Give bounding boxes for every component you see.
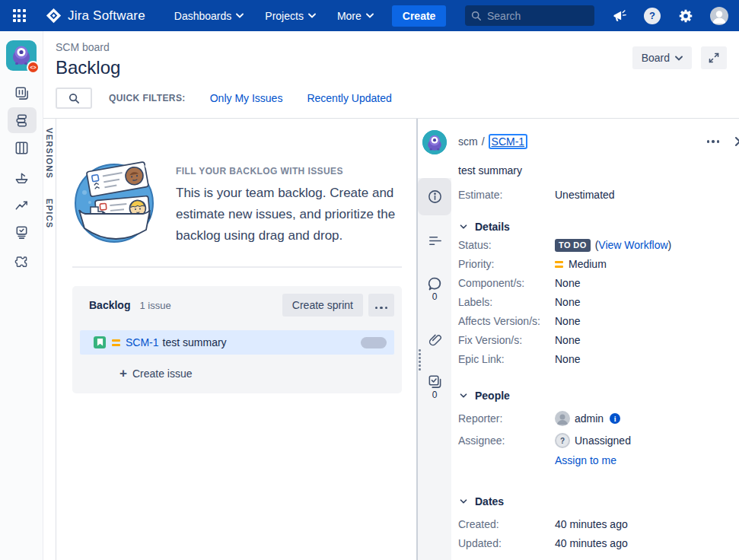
create-sprint-button[interactable]: Create sprint xyxy=(282,294,363,317)
assignee-name[interactable]: Unassigned xyxy=(575,434,631,447)
issue-key[interactable]: SCM-1 xyxy=(126,336,159,348)
filter-recently-updated[interactable]: Recently Updated xyxy=(307,92,391,104)
checklists-count: 0 xyxy=(418,390,451,400)
project-avatar[interactable]: <> xyxy=(6,40,37,71)
issue-row[interactable]: SCM-1 test summary xyxy=(80,330,394,355)
detail-more-button[interactable] xyxy=(706,140,721,143)
announcements-icon[interactable] xyxy=(610,7,628,25)
field-row-created: Created: 40 minutes ago xyxy=(458,517,739,532)
project-sidebar: <> xyxy=(0,31,43,560)
nav-menu: Dashboards Projects More xyxy=(174,10,374,22)
sidebar-reports-icon[interactable] xyxy=(8,192,37,218)
field-row-assignee: Assignee: ? Unassigned xyxy=(458,433,739,448)
updated-value: 40 minutes ago xyxy=(555,537,628,549)
field-row-fix-versions: Fix Version/s: None xyxy=(458,332,739,348)
create-issue-button[interactable]: + Create issue xyxy=(119,368,394,380)
backlog-illustration xyxy=(72,157,156,247)
reporter-info-icon[interactable]: i xyxy=(610,413,620,424)
detail-project-avatar[interactable] xyxy=(422,130,447,154)
backlog-section-title: Backlog xyxy=(89,299,130,311)
jira-backlog-screen: Jira Software Dashboards Projects More C… xyxy=(0,0,739,560)
backlog-more-button[interactable] xyxy=(368,294,394,317)
sidebar-issues-icon[interactable] xyxy=(8,219,37,245)
sidebar-addons-icon[interactable] xyxy=(8,249,37,275)
collapsed-panels-rail: VERSIONS EPICS xyxy=(43,119,56,560)
sidebar-releases-icon[interactable] xyxy=(8,164,37,190)
page-title: Backlog xyxy=(56,57,727,78)
field-row-priority: Priority: Medium xyxy=(458,256,739,272)
user-avatar[interactable] xyxy=(710,7,728,25)
issue-summary: test summary xyxy=(163,336,227,348)
board-search-button[interactable] xyxy=(56,88,92,109)
issue-count: 1 issue xyxy=(139,300,170,311)
field-row-labels: Labels: None xyxy=(458,294,739,310)
tab-description-icon[interactable] xyxy=(418,224,451,257)
nav-more[interactable]: More xyxy=(337,10,374,22)
collapse-chevron-icon[interactable] xyxy=(458,496,469,507)
breadcrumb[interactable]: SCM board xyxy=(56,41,727,53)
divider xyxy=(72,266,402,268)
priority-medium-icon xyxy=(112,339,120,346)
sidebar-backlog-icon[interactable] xyxy=(8,107,37,133)
unassigned-avatar: ? xyxy=(555,433,570,448)
collapse-chevron-icon[interactable] xyxy=(458,221,469,232)
reporter-avatar xyxy=(555,411,570,426)
chevron-down-icon xyxy=(366,13,374,18)
field-row-reporter: Reporter: admin i xyxy=(458,411,739,426)
create-button[interactable]: Create xyxy=(392,5,447,27)
help-icon[interactable]: ? xyxy=(643,7,661,25)
story-type-icon xyxy=(94,336,106,348)
tab-attachments-icon[interactable] xyxy=(418,323,451,356)
dates-section-header: Dates xyxy=(458,495,739,508)
field-row-epic-link: Epic Link: None xyxy=(458,352,739,367)
status-badge: TO DO xyxy=(555,239,591,252)
priority-medium-icon xyxy=(555,261,563,268)
top-navigation: Jira Software Dashboards Projects More C… xyxy=(0,0,739,31)
detail-project-key[interactable]: scm xyxy=(458,135,478,148)
quick-filters-label: QUICK FILTERS: xyxy=(109,93,186,103)
global-search[interactable] xyxy=(465,5,594,26)
quick-filters-bar: QUICK FILTERS: Only My Issues Recently U… xyxy=(43,78,739,118)
collapse-chevron-icon[interactable] xyxy=(458,390,469,401)
epics-panel-toggle[interactable]: EPICS xyxy=(45,199,54,229)
filter-only-my-issues[interactable]: Only My Issues xyxy=(210,92,283,104)
expand-fullscreen-button[interactable] xyxy=(701,46,727,69)
backlog-section: Backlog 1 issue Create sprint xyxy=(72,286,402,393)
detail-issue-key-link[interactable]: SCM-1 xyxy=(489,134,528,149)
field-row-affects-versions: Affects Version/s: None xyxy=(458,313,739,329)
issue-detail-panel: 0 xyxy=(416,119,739,560)
view-workflow-link[interactable]: View Workflow xyxy=(598,239,667,251)
nav-projects[interactable]: Projects xyxy=(265,10,316,22)
board-dropdown-button[interactable]: Board xyxy=(632,46,692,69)
estimate-value[interactable]: Unestimated xyxy=(555,189,615,201)
close-icon xyxy=(734,136,739,147)
chevron-down-icon xyxy=(308,13,316,18)
tab-details-icon[interactable] xyxy=(418,178,451,215)
detail-close-button[interactable] xyxy=(734,136,739,147)
nav-right-group: ? xyxy=(465,5,728,26)
field-row-updated: Updated: 40 minutes ago xyxy=(458,536,739,551)
settings-gear-icon[interactable] xyxy=(677,7,695,25)
jira-logo[interactable]: Jira Software xyxy=(46,8,145,24)
nav-dashboards[interactable]: Dashboards xyxy=(174,10,244,22)
estimate-label: Estimate: xyxy=(458,189,555,201)
created-value: 40 minutes ago xyxy=(555,518,628,530)
detail-content: scm / SCM-1 xyxy=(451,119,739,560)
project-type-badge-icon: <> xyxy=(27,61,40,74)
reporter-name[interactable]: admin xyxy=(575,412,604,425)
versions-panel-toggle[interactable]: VERSIONS xyxy=(45,128,54,179)
assign-to-me-link[interactable]: Assign to me xyxy=(555,454,739,466)
details-section-title: Details xyxy=(475,221,510,233)
chevron-down-icon xyxy=(675,56,683,61)
ellipsis-icon xyxy=(374,307,389,310)
sidebar-boards-icon[interactable] xyxy=(8,80,37,106)
detail-summary[interactable]: test summary xyxy=(458,164,739,177)
app-switcher-icon[interactable] xyxy=(9,6,29,26)
page-header: SCM board Backlog Board xyxy=(43,31,739,78)
search-input[interactable] xyxy=(487,10,578,22)
sidebar-active-sprints-icon[interactable] xyxy=(8,135,37,161)
app-title: Jira Software xyxy=(68,8,145,24)
details-section-header: Details xyxy=(458,221,739,233)
estimate-pill[interactable] xyxy=(361,337,387,348)
comments-count: 0 xyxy=(418,291,451,302)
